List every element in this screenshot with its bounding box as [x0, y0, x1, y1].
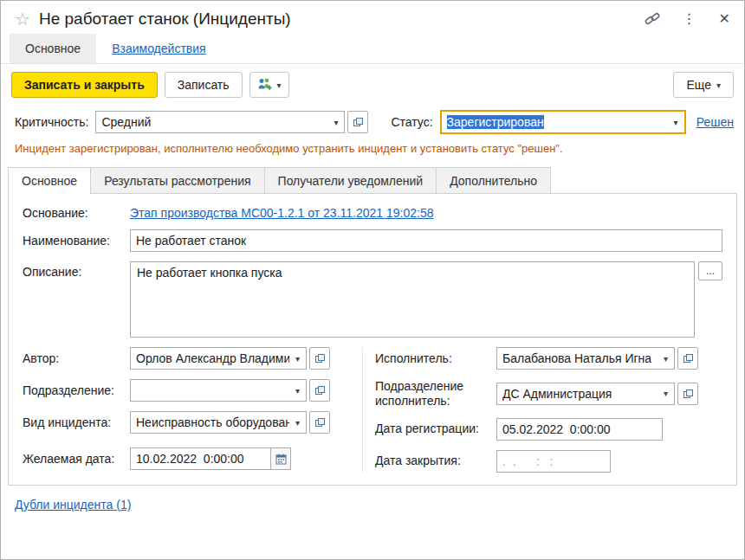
criticality-value: Средний — [96, 115, 327, 129]
executor-select[interactable]: Балабанова Наталья Игна ▾ — [496, 347, 675, 370]
department-select[interactable]: ▾ — [130, 379, 307, 402]
executor-row: Исполнитель: Балабанова Наталья Игна ▾ — [375, 347, 722, 370]
desired-date-value: 10.02.2022 0:00:00 — [136, 452, 244, 466]
name-input[interactable]: Не работает станок — [130, 229, 722, 252]
author-row: Автор: Орлов Александр Владими ▾ — [23, 347, 350, 370]
executor-department-open-button[interactable] — [677, 383, 698, 405]
author-open-button[interactable] — [309, 347, 330, 370]
registration-date-label: Дата регистрации: — [375, 422, 496, 436]
executor-department-label: Подразделение исполнитель: — [375, 379, 496, 409]
closing-date-row: Дата закрытия: . . : : — [375, 450, 722, 473]
executor-open-button[interactable] — [677, 347, 698, 370]
criticality-label: Критичность: — [15, 115, 88, 129]
tab-main[interactable]: Основное — [8, 167, 91, 194]
author-label: Автор: — [23, 351, 130, 365]
incident-type-open-button[interactable] — [309, 411, 330, 434]
basis-link[interactable]: Этап производства МС00-1.2.1 от 23.11.20… — [130, 206, 434, 220]
criticality-select[interactable]: Средний ▾ — [95, 111, 345, 133]
description-label: Описание: — [23, 261, 130, 279]
chevron-down-icon[interactable]: ▾ — [658, 389, 674, 398]
status-select[interactable]: Зарегистрирован ▾ — [440, 110, 686, 134]
incident-type-label: Вид инцидента: — [23, 415, 130, 429]
registration-date-row: Дата регистрации: 05.02.2022 0:00:00 — [375, 418, 722, 441]
save-button[interactable]: Записать — [165, 72, 243, 98]
nav-tab-interactions[interactable]: Взаимодействия — [96, 34, 222, 63]
department-open-button[interactable] — [309, 379, 330, 402]
executor-value: Балабанова Наталья Игна — [497, 351, 658, 365]
name-label: Наименование: — [23, 234, 130, 248]
favorite-star-icon[interactable]: ☆ — [15, 10, 30, 28]
author-value: Орлов Александр Владими — [131, 351, 289, 365]
incident-duplicates-link[interactable]: Дубли инцидента (1) — [15, 498, 131, 512]
department-label: Подразделение: — [23, 383, 130, 397]
chevron-down-icon[interactable]: ▾ — [658, 354, 674, 364]
executor-department-select[interactable]: ДС Администрация ▾ — [496, 383, 675, 405]
menu-dots-icon[interactable]: ⋮ — [683, 12, 696, 26]
more-button-label: Еще — [686, 78, 711, 92]
incident-form-window: ☆ Не работает станок (Инциденты) ⋮ ✕ Осн… — [0, 0, 745, 560]
chevron-down-icon[interactable]: ▾ — [289, 354, 306, 364]
registration-date-input[interactable]: 05.02.2022 0:00:00 — [496, 418, 663, 441]
form-tabs: Основное Результаты рассмотрения Получат… — [8, 167, 737, 194]
chevron-down-icon[interactable]: ▾ — [668, 118, 684, 127]
closing-date-input[interactable]: . . : : — [496, 450, 611, 473]
chevron-down-icon[interactable]: ▾ — [327, 118, 344, 127]
executor-label: Исполнитель: — [375, 351, 496, 366]
chevron-down-icon: ▾ — [716, 80, 721, 90]
title-bar: ☆ Не работает станок (Инциденты) ⋮ ✕ — [1, 1, 744, 34]
right-column: Исполнитель: Балабанова Наталья Игна ▾ П… — [362, 347, 722, 473]
name-row: Наименование: Не работает станок — [23, 229, 722, 252]
nav-tab-main[interactable]: Основное — [10, 34, 96, 63]
save-and-close-button[interactable]: Записать и закрыть — [11, 72, 158, 98]
description-textarea[interactable]: Не работает кнопка пуска — [130, 261, 695, 338]
desired-date-label: Желаемая дата: — [23, 452, 130, 466]
closing-date-label: Дата закрытия: — [375, 454, 496, 468]
status-label: Статус: — [391, 115, 432, 129]
author-select[interactable]: Орлов Александр Владими ▾ — [130, 347, 307, 370]
incident-type-row: Вид инцидента: Неисправность оборудован … — [23, 411, 350, 434]
left-column: Автор: Орлов Александр Владими ▾ Подразд… — [23, 347, 362, 473]
set-resolved-link[interactable]: Решен — [696, 115, 734, 129]
basis-row: Основание: Этап производства МС00-1.2.1 … — [23, 206, 722, 220]
copy-link-icon[interactable] — [645, 11, 660, 27]
nav-tabs: Основное Взаимодействия — [1, 34, 744, 64]
create-based-on-button[interactable]: ▾ — [249, 72, 289, 98]
close-icon[interactable]: ✕ — [719, 12, 730, 26]
footer: Дубли инцидента (1) — [1, 486, 744, 524]
more-button[interactable]: Еще ▾ — [673, 72, 734, 98]
people-icon — [257, 77, 272, 93]
status-value: Зарегистрирован — [447, 115, 544, 129]
chevron-down-icon[interactable]: ▾ — [289, 418, 306, 428]
tab-review-results[interactable]: Результаты рассмотрения — [90, 167, 264, 193]
executor-department-row: Подразделение исполнитель: ДС Администра… — [375, 379, 722, 409]
toolbar: Записать и закрыть Записать ▾ Еще ▾ — [1, 64, 744, 105]
tab-notification-recipients[interactable]: Получатели уведомлений — [264, 167, 437, 193]
chevron-down-icon: ▾ — [277, 80, 282, 90]
status-info-message: Инцидент зарегистрирован, исполнителю не… — [1, 139, 744, 164]
basis-label: Основание: — [23, 206, 130, 220]
two-column-area: Автор: Орлов Александр Владими ▾ Подразд… — [23, 347, 722, 473]
incident-type-select[interactable]: Неисправность оборудован ▾ — [130, 411, 307, 434]
description-row: Описание: Не работает кнопка пуска ... — [23, 261, 722, 338]
tab-additional[interactable]: Дополнительно — [436, 167, 551, 193]
incident-type-value: Неисправность оборудован — [131, 415, 289, 429]
desired-date-row: Желаемая дата: 10.02.2022 0:00:00 — [23, 447, 350, 470]
description-expand-button[interactable]: ... — [698, 261, 722, 280]
status-row: Критичность: Средний ▾ Статус: Зарегистр… — [1, 105, 744, 139]
main-tab-panel: Основание: Этап производства МС00-1.2.1 … — [8, 194, 737, 486]
chevron-down-icon[interactable]: ▾ — [289, 386, 306, 396]
executor-department-value: ДС Администрация — [497, 387, 658, 401]
calendar-button[interactable] — [270, 448, 290, 469]
window-title: Не работает станок (Инциденты) — [39, 10, 622, 29]
department-row: Подразделение: ▾ — [23, 379, 350, 402]
desired-date-input[interactable]: 10.02.2022 0:00:00 — [130, 447, 291, 470]
criticality-open-button[interactable] — [347, 111, 368, 133]
